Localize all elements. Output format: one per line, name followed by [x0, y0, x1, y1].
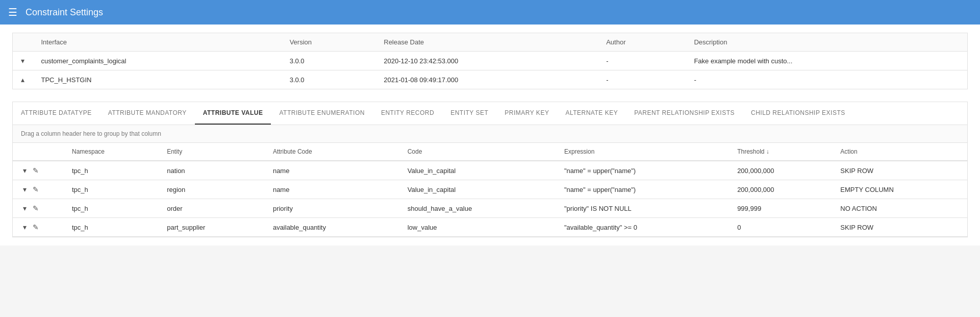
cell-namespace: tpc_h — [64, 161, 159, 180]
cell-namespace: tpc_h — [64, 199, 159, 218]
cell-action: EMPTY COLUMN — [832, 180, 967, 199]
interface-release-date: 2020-12-10 23:42:53.000 — [375, 52, 598, 70]
edit-row-icon[interactable]: ✎ — [31, 166, 41, 175]
col-entity: Entity — [159, 143, 265, 161]
tabs-container: ATTRIBUTE DATATYPE ATTRIBUTE MANDATORY A… — [13, 102, 967, 125]
tab-entity-set[interactable]: ENTITY SET — [442, 102, 496, 125]
edit-row-icon[interactable]: ✎ — [31, 223, 41, 231]
interfaces-col-expand — [13, 33, 33, 52]
tab-attribute-enumeration[interactable]: ATTRIBUTE ENUMERATION — [271, 102, 372, 125]
interfaces-col-version: Version — [282, 33, 376, 52]
interface-name: customer_complaints_logical — [33, 52, 282, 70]
cell-attribute-code: available_quantity — [265, 218, 399, 237]
tab-child-relationship[interactable]: CHILD RELATIONSHIP EXISTS — [743, 102, 853, 125]
cell-code: should_have_a_value — [399, 199, 556, 218]
table-row: ▾ ✎ tpc_h order priority should_have_a_v… — [13, 199, 967, 218]
col-namespace: Namespace — [64, 143, 159, 161]
page-title: Constraint Settings — [26, 7, 103, 18]
interface-version: 3.0.0 — [282, 52, 376, 70]
cell-expression: "available_quantity" >= 0 — [556, 218, 729, 237]
table-row: ▾ ✎ tpc_h nation name Value_in_capital "… — [13, 161, 967, 180]
cell-threshold: 999,999 — [729, 199, 832, 218]
cell-attribute-code: priority — [265, 199, 399, 218]
cell-entity: part_supplier — [159, 218, 265, 237]
tab-alternate-key[interactable]: ALTERNATE KEY — [557, 102, 626, 125]
cell-code: Value_in_capital — [399, 180, 556, 199]
cell-threshold: 0 — [729, 218, 832, 237]
table-row: ▾ ✎ tpc_h part_supplier available_quanti… — [13, 218, 967, 237]
app-header: ☰ Constraint Settings — [0, 0, 980, 25]
constraint-section: ATTRIBUTE DATATYPE ATTRIBUTE MANDATORY A… — [12, 102, 968, 237]
cell-entity: region — [159, 180, 265, 199]
table-row: ▾ ✎ tpc_h region name Value_in_capital "… — [13, 180, 967, 199]
table-row: ▾ customer_complaints_logical 3.0.0 2020… — [13, 52, 968, 70]
interface-name: TPC_H_HSTGIN — [33, 70, 282, 89]
interfaces-col-author: Author — [598, 33, 686, 52]
cell-code: Value_in_capital — [399, 161, 556, 180]
expand-row-icon[interactable]: ▾ — [21, 223, 29, 231]
expand-row-icon[interactable]: ▾ — [21, 204, 29, 212]
cell-attribute-code: name — [265, 161, 399, 180]
col-action: Action — [832, 143, 967, 161]
interfaces-col-release-date: Release Date — [375, 33, 598, 52]
interfaces-table: Interface Version Release Date Author De… — [12, 33, 968, 89]
col-threshold: Threshold ↓ — [729, 143, 832, 161]
table-row: ▴ TPC_H_HSTGIN 3.0.0 2021-01-08 09:49:17… — [13, 70, 968, 89]
interface-release-date: 2021-01-08 09:49:17.000 — [375, 70, 598, 89]
cell-action: SKIP ROW — [832, 161, 967, 180]
cell-threshold: 200,000,000 — [729, 161, 832, 180]
col-expression: Expression — [556, 143, 729, 161]
col-controls — [13, 143, 64, 161]
cell-expression: "name" = upper("name") — [556, 161, 729, 180]
expand-row-icon[interactable]: ▾ — [21, 166, 29, 175]
interface-author: - — [598, 52, 686, 70]
interface-author: - — [598, 70, 686, 89]
drag-hint: Drag a column header here to group by th… — [13, 125, 967, 143]
cell-threshold: 200,000,000 — [729, 180, 832, 199]
edit-row-icon[interactable]: ✎ — [31, 204, 41, 212]
col-code: Code — [399, 143, 556, 161]
col-attribute-code: Attribute Code — [265, 143, 399, 161]
cell-entity: order — [159, 199, 265, 218]
cell-namespace: tpc_h — [64, 180, 159, 199]
cell-code: low_value — [399, 218, 556, 237]
interfaces-col-interface: Interface — [33, 33, 282, 52]
data-table: Namespace Entity Attribute Code Code Exp… — [13, 143, 967, 237]
cell-action: SKIP ROW — [832, 218, 967, 237]
tab-primary-key[interactable]: PRIMARY KEY — [496, 102, 557, 125]
tab-attribute-value[interactable]: ATTRIBUTE VALUE — [195, 102, 271, 125]
tab-entity-record[interactable]: ENTITY RECORD — [373, 102, 442, 125]
main-content: Interface Version Release Date Author De… — [0, 25, 980, 246]
interface-version: 3.0.0 — [282, 70, 376, 89]
menu-icon[interactable]: ☰ — [8, 6, 17, 18]
cell-namespace: tpc_h — [64, 218, 159, 237]
cell-expression: "name" = upper("name") — [556, 180, 729, 199]
interface-description: Fake example model with custo... — [686, 52, 967, 70]
collapse-icon[interactable]: ▴ — [21, 76, 24, 84]
interface-description: - — [686, 70, 967, 89]
edit-row-icon[interactable]: ✎ — [31, 185, 41, 193]
tab-attribute-datatype[interactable]: ATTRIBUTE DATATYPE — [13, 102, 100, 125]
cell-action: NO ACTION — [832, 199, 967, 218]
expand-icon[interactable]: ▾ — [21, 57, 24, 65]
tab-parent-relationship[interactable]: PARENT RELATIONSHIP EXISTS — [626, 102, 743, 125]
tab-attribute-mandatory[interactable]: ATTRIBUTE MANDATORY — [100, 102, 195, 125]
expand-row-icon[interactable]: ▾ — [21, 185, 29, 193]
cell-entity: nation — [159, 161, 265, 180]
cell-expression: "priority" IS NOT NULL — [556, 199, 729, 218]
cell-attribute-code: name — [265, 180, 399, 199]
interfaces-col-description: Description — [686, 33, 967, 52]
